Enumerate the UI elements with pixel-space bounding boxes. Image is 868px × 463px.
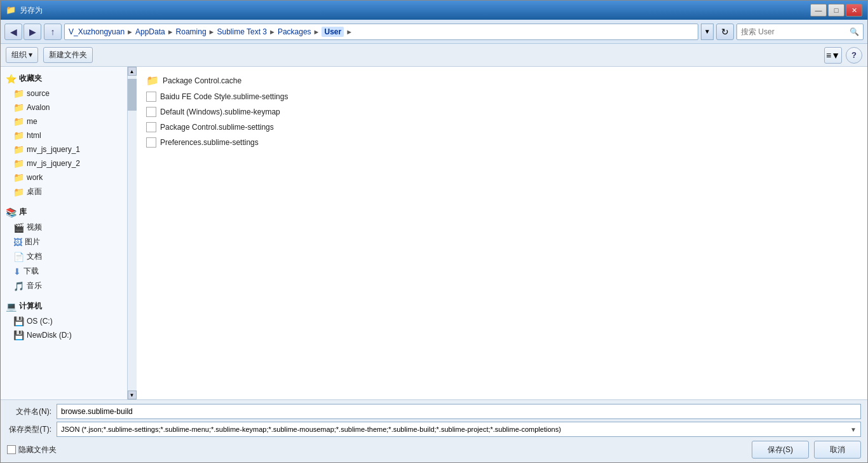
- download-icon: ⬇: [13, 266, 21, 277]
- computer-icon: 💻: [6, 301, 17, 312]
- title-bar-buttons: — □ ✕: [810, 4, 862, 17]
- tree-item-music[interactable]: 🎵 音乐: [1, 279, 127, 293]
- breadcrumb-sep-5: ►: [313, 28, 320, 36]
- tree-item-desktop[interactable]: 📁 桌面: [1, 184, 127, 199]
- tree-item-label: OS (C:): [27, 317, 53, 326]
- tree-item-osc[interactable]: 💾 OS (C:): [1, 314, 127, 328]
- back-button[interactable]: ◀: [4, 24, 22, 40]
- hide-files-checkbox[interactable]: [7, 445, 16, 454]
- tree-item-images[interactable]: 🖼 图片: [1, 235, 127, 249]
- folder-icon: 📁: [13, 172, 24, 183]
- refresh-button[interactable]: ↻: [716, 24, 734, 40]
- dropdown-arrow-icon: ▼: [850, 426, 857, 433]
- filename-input[interactable]: [57, 404, 861, 419]
- folder-icon: 📁: [13, 158, 24, 169]
- search-icon: 🔍: [850, 27, 859, 36]
- right-panel: 📁 Package Control.cache Baidu FE Code St…: [137, 67, 867, 399]
- tree-item-docs[interactable]: 📄 文档: [1, 249, 127, 264]
- tree-item-download[interactable]: ⬇ 下载: [1, 264, 127, 279]
- library-header[interactable]: 📚 库: [1, 204, 127, 220]
- left-panel-scrollbar[interactable]: ▲ ▼: [128, 67, 137, 399]
- breadcrumb-item-6[interactable]: User: [322, 27, 344, 37]
- tree-item-video[interactable]: 🎬 视频: [1, 220, 127, 235]
- forward-button[interactable]: ▶: [24, 24, 41, 40]
- scroll-up-button[interactable]: ▲: [128, 67, 137, 76]
- tree-item-label: 下载: [24, 266, 39, 277]
- scroll-down-button[interactable]: ▼: [128, 390, 137, 399]
- folder-icon: 📁: [13, 102, 24, 113]
- tree-item-newd[interactable]: 💾 NewDisk (D:): [1, 328, 127, 342]
- tree-item-me[interactable]: 📁 me: [1, 114, 127, 128]
- disk-icon: 💾: [13, 330, 24, 340]
- favorites-label: 收藏夹: [19, 73, 42, 84]
- filename-label: 文件名(N):: [7, 406, 51, 417]
- music-icon: 🎵: [13, 281, 24, 291]
- cancel-button[interactable]: 取消: [814, 441, 861, 459]
- disk-icon: 💾: [13, 316, 24, 326]
- title-bar: 📁 另存为 — □ ✕: [1, 1, 867, 20]
- filetype-label: 保存类型(T):: [7, 424, 51, 435]
- file-item-name: Package Control.sublime-settings: [160, 123, 274, 132]
- breadcrumb-sep-2: ►: [167, 28, 174, 36]
- scroll-handle[interactable]: [128, 79, 137, 111]
- breadcrumb-item-5[interactable]: Packages: [278, 27, 311, 36]
- tree-item-mvjq2[interactable]: 📁 mv_js_jquery_2: [1, 156, 127, 170]
- tree-item-source[interactable]: 📁 source: [1, 86, 127, 100]
- breadcrumb-sep-1: ►: [126, 28, 133, 36]
- bottom-area: 文件名(N): 保存类型(T): JSON (*.json;*.sublime-…: [1, 399, 867, 462]
- view-icon: ≡: [826, 50, 831, 60]
- tree-item-label: mv_js_jquery_1: [27, 145, 80, 154]
- organize-button[interactable]: 组织 ▾: [6, 47, 38, 63]
- file-item-cache[interactable]: 📁 Package Control.cache: [142, 72, 862, 89]
- tree-item-work[interactable]: 📁 work: [1, 170, 127, 184]
- save-button[interactable]: 保存(S): [752, 441, 809, 459]
- library-icon: 📚: [6, 207, 17, 218]
- maximize-button[interactable]: □: [828, 4, 844, 17]
- filetype-row: 保存类型(T): JSON (*.json;*.sublime-settings…: [7, 422, 861, 437]
- address-dropdown[interactable]: ▼: [701, 24, 714, 40]
- new-folder-button[interactable]: 新建文件夹: [43, 47, 93, 63]
- tree-item-label: NewDisk (D:): [27, 331, 72, 340]
- file-icon: [146, 122, 156, 132]
- folder-icon: 📁: [13, 187, 24, 197]
- up-button[interactable]: ↑: [44, 24, 62, 40]
- folder-icon: 📁: [13, 116, 24, 127]
- search-box: 🔍: [736, 24, 864, 40]
- tree-item-html[interactable]: 📁 html: [1, 128, 127, 142]
- file-icon: [146, 92, 156, 102]
- view-button[interactable]: ≡ ▼: [824, 47, 842, 64]
- tree-item-label: source: [27, 89, 50, 98]
- breadcrumb-item-1[interactable]: V_Xuzhongyuan: [69, 27, 125, 36]
- tree-item-label: 桌面: [27, 186, 42, 197]
- close-button[interactable]: ✕: [846, 4, 862, 17]
- breadcrumb-item-3[interactable]: Roaming: [176, 27, 207, 36]
- content-area: ⭐ 收藏夹 📁 source 📁 Avalon 📁 me 📁 htm: [1, 67, 867, 399]
- tree-item-avalon[interactable]: 📁 Avalon: [1, 100, 127, 114]
- left-panel: ⭐ 收藏夹 📁 source 📁 Avalon 📁 me 📁 htm: [1, 67, 128, 399]
- breadcrumb-item-4[interactable]: Sublime Text 3: [217, 27, 267, 36]
- images-icon: 🖼: [13, 237, 22, 247]
- file-item-defaultwin[interactable]: Default (Windows).sublime-keymap: [142, 104, 862, 120]
- tree-item-label: mv_js_jquery_2: [27, 159, 80, 168]
- help-button[interactable]: ?: [846, 47, 862, 64]
- file-item-name: Default (Windows).sublime-keymap: [160, 107, 280, 116]
- file-item-baidufecode[interactable]: Baidu FE Code Style.sublime-settings: [142, 89, 862, 104]
- folder-icon: 📁: [146, 74, 159, 86]
- folder-icon: 📁: [13, 130, 24, 141]
- tree-item-label: 文档: [27, 251, 42, 262]
- organize-label: 组织 ▾: [11, 50, 32, 60]
- view-dropdown-icon: ▼: [831, 50, 840, 60]
- file-item-preferences[interactable]: Preferences.sublime-settings: [142, 135, 862, 150]
- computer-header[interactable]: 💻 计算机: [1, 298, 127, 314]
- breadcrumb-bar: V_Xuzhongyuan ► AppData ► Roaming ► Subl…: [64, 24, 698, 40]
- file-item-packagecontrol[interactable]: Package Control.sublime-settings: [142, 120, 862, 135]
- minimize-button[interactable]: —: [810, 4, 827, 17]
- favorites-icon: ⭐: [6, 74, 17, 84]
- hide-files-button[interactable]: 隐藏文件夹: [7, 445, 57, 455]
- breadcrumb-item-2[interactable]: AppData: [135, 27, 165, 36]
- favorites-header[interactable]: ⭐ 收藏夹: [1, 71, 127, 86]
- filetype-dropdown[interactable]: JSON (*.json;*.sublime-settings;*.sublim…: [57, 422, 861, 437]
- tree-item-mvjq1[interactable]: 📁 mv_js_jquery_1: [1, 142, 127, 156]
- search-input[interactable]: [741, 27, 850, 36]
- docs-icon: 📄: [13, 252, 24, 262]
